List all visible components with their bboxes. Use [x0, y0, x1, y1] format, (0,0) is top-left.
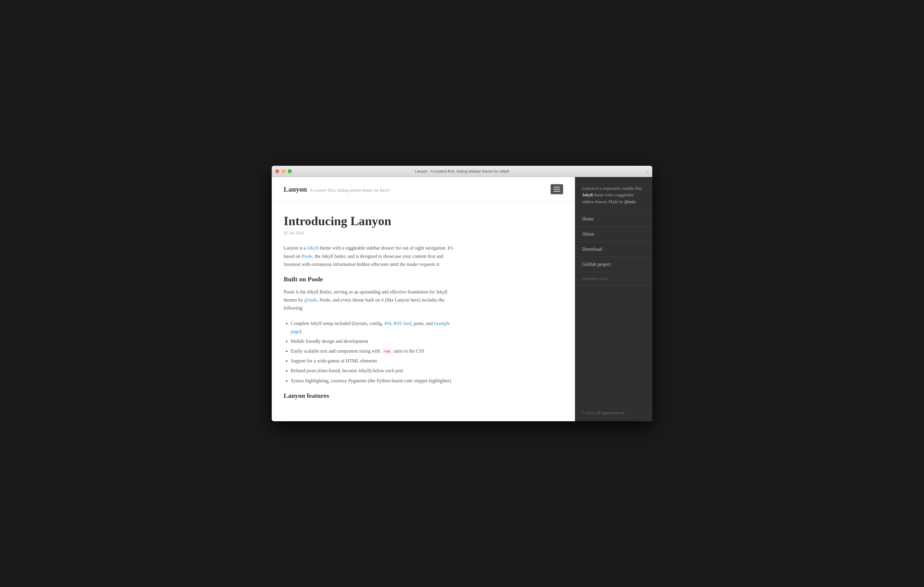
titlebar: Lanyon · A content-first, sliding sideba…	[272, 166, 652, 177]
sidebar: Lanyon is a responsive, mobile first Jek…	[575, 177, 652, 421]
list-item: Related posts (time-based, because Jekyl…	[291, 367, 456, 375]
nav-home[interactable]: Home	[575, 212, 652, 227]
resize-icon[interactable]: ⤢	[646, 169, 649, 173]
section2-heading: Lanyon features	[284, 392, 456, 400]
browser-content: Lanyon A content–first, sliding sidebar …	[272, 177, 652, 421]
example-link[interactable]: example page	[291, 321, 450, 334]
section1-heading: Built on Poole	[284, 275, 456, 283]
sidebar-footer: © 2013. All rights reserved.	[575, 404, 652, 421]
nav-github[interactable]: GitHub project	[575, 257, 652, 272]
post-date: 02 Jan 2014	[284, 231, 456, 235]
list-item: Mobile friendly design and development	[291, 337, 456, 345]
features-list: Complete Jekyll setup included (layouts,…	[291, 319, 456, 385]
list-item: Syntax highlighting, courtesy Pygments (…	[291, 377, 456, 385]
close-button[interactable]	[275, 169, 279, 173]
minimize-button[interactable]	[282, 169, 285, 173]
intro-text-start: Lanyon is a	[284, 245, 307, 250]
site-tagline: A content–first, sliding sidebar theme f…	[310, 188, 389, 193]
rss-link[interactable]: RSS feed	[394, 321, 411, 326]
list-item: Complete Jekyll setup included (layouts,…	[291, 319, 456, 335]
list-item: Easily scalable text and component sizin…	[291, 347, 456, 355]
menu-bar-2	[554, 189, 560, 189]
browser-window: Lanyon · A content-first, sliding sideba…	[272, 166, 652, 421]
mdo-link[interactable]: @mdo	[304, 298, 317, 303]
site-title: Lanyon	[284, 185, 307, 193]
menu-bar-3	[554, 191, 560, 192]
menu-toggle-button[interactable]	[551, 184, 563, 194]
poole-link[interactable]: Poole	[302, 254, 312, 259]
main-area: Lanyon A content–first, sliding sidebar …	[272, 177, 575, 421]
site-title-wrap: Lanyon A content–first, sliding sidebar …	[284, 185, 389, 193]
jekyll-bold: Jekyll	[582, 193, 593, 197]
jekyll-link[interactable]: Jekyll	[307, 245, 318, 250]
sidebar-nav: Home About Download GitHub project	[575, 212, 652, 272]
sidebar-version: Currently v2.0.0	[575, 272, 652, 286]
traffic-lights	[275, 169, 292, 173]
sidebar-intro: Lanyon is a responsive, mobile first Jek…	[575, 177, 652, 212]
section1-paragraph: Poole is the Jekyll Butler, serving as a…	[284, 288, 456, 312]
post-body: Lanyon is a Jekyll theme with a toggleab…	[284, 244, 456, 399]
menu-bar-1	[554, 187, 560, 187]
site-header: Lanyon A content–first, sliding sidebar …	[272, 177, 575, 202]
window-title: Lanyon · A content-first, sliding sideba…	[415, 169, 509, 173]
nav-about[interactable]: About	[575, 227, 652, 242]
fullscreen-button[interactable]	[288, 169, 292, 173]
nav-download[interactable]: Download	[575, 242, 652, 257]
list-item: Support for a wide gamut of HTML element…	[291, 357, 456, 365]
intro-paragraph: Lanyon is a Jekyll theme with a toggleab…	[284, 244, 456, 268]
rem-code: rem	[381, 349, 392, 354]
post-content: Introducing Lanyon 02 Jan 2014 Lanyon is…	[272, 202, 468, 416]
404-link[interactable]: 404	[384, 321, 391, 326]
post-title: Introducing Lanyon	[284, 214, 456, 229]
mdo-sidebar-link[interactable]: @mdo	[624, 200, 635, 204]
